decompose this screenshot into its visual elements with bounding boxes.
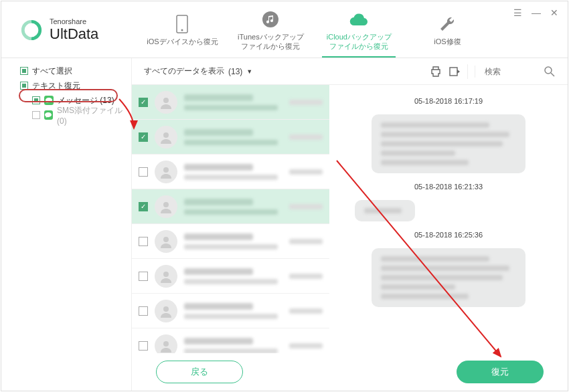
row-checkbox[interactable]: ✓	[139, 98, 148, 107]
checkbox-icon[interactable]	[20, 67, 28, 75]
brand-product: UltData	[50, 25, 98, 43]
avatar-icon	[155, 334, 177, 354]
row-checkbox[interactable]	[139, 272, 148, 281]
search-input[interactable]	[485, 67, 538, 76]
row-text	[184, 268, 282, 284]
avatar-icon	[155, 91, 177, 114]
checkbox-icon[interactable]	[20, 82, 28, 90]
row-checkbox[interactable]	[139, 167, 148, 177]
wrench-icon	[437, 14, 457, 34]
music-disc-icon	[260, 9, 280, 29]
avatar-icon	[155, 195, 177, 218]
brand: Tenorshare UltData	[20, 17, 98, 43]
svg-rect-3	[450, 68, 457, 76]
titlebar: Tenorshare UltData iOSデバイスから復元 iTunesバック…	[1, 1, 568, 58]
row-date	[289, 169, 323, 175]
timestamp: 05-18-2018 16:17:19	[414, 97, 483, 105]
export-icon[interactable]	[449, 66, 461, 78]
tree-sms-attachments[interactable]: SMS添付ファイル (0)	[1, 108, 131, 122]
list-row[interactable]	[132, 259, 329, 294]
svg-point-7	[163, 132, 169, 138]
tabs: iOSデバイスから復元 iTunesバックアップ ファイルから復元 iCloud…	[145, 7, 484, 58]
svg-point-6	[163, 98, 169, 103]
list-row[interactable]	[132, 224, 329, 259]
row-checkbox[interactable]	[139, 306, 148, 316]
back-button[interactable]: 戻る	[156, 361, 243, 383]
svg-line-5	[551, 73, 554, 76]
avatar-icon	[155, 230, 177, 253]
message-icon	[44, 96, 54, 105]
tree-label: SMS添付ファイル (0)	[57, 105, 131, 126]
tab-label: iTunesバックアップ ファイルから復元	[238, 32, 304, 52]
tab-ios-repair[interactable]: iOS修復	[410, 7, 484, 58]
search-area	[475, 66, 556, 78]
attachment-icon	[44, 110, 53, 120]
tab-ios-device[interactable]: iOSデバイスから復元	[145, 7, 219, 58]
svg-point-8	[163, 167, 169, 173]
menu-icon[interactable]: ☰	[513, 8, 522, 17]
chevron-down-icon: ▼	[246, 68, 252, 75]
print-icon[interactable]	[430, 66, 442, 78]
row-checkbox[interactable]: ✓	[139, 132, 148, 142]
timestamp: 05-18-2018 16:25:36	[414, 231, 483, 239]
tree-all[interactable]: すべて選択	[1, 64, 131, 78]
brand-company: Tenorshare	[50, 17, 98, 25]
tab-label: iOSデバイスから復元	[147, 37, 218, 46]
footer: 戻る 復元	[132, 353, 568, 391]
avatar-icon	[155, 126, 177, 149]
logo-icon	[20, 19, 43, 41]
avatar-icon	[155, 300, 177, 322]
window-controls: ☰ — ✕	[513, 8, 558, 17]
content: ✓✓✓ 05-18-2018 16:17:19 05-18-2018 16:21…	[132, 85, 568, 353]
row-checkbox[interactable]: ✓	[139, 202, 148, 211]
minimize-icon[interactable]: —	[532, 8, 541, 17]
svg-point-12	[163, 306, 169, 312]
list-row[interactable]	[132, 328, 329, 353]
phone-icon	[172, 14, 192, 34]
list-row[interactable]: ✓	[132, 120, 329, 155]
message-bubble	[372, 248, 525, 307]
row-checkbox[interactable]	[139, 341, 148, 351]
svg-point-9	[163, 202, 169, 207]
list-row[interactable]: ✓	[132, 85, 329, 120]
toolbar: すべてのデータを表示 (13) ▼	[132, 58, 568, 85]
row-text	[184, 164, 282, 180]
checkbox-icon[interactable]	[32, 96, 40, 104]
list-row[interactable]	[132, 155, 329, 189]
row-date	[289, 274, 323, 279]
tab-icloud[interactable]: iCloudバックアップ ファイルから復元	[322, 7, 396, 58]
svg-point-2	[262, 11, 278, 27]
svg-point-10	[163, 237, 169, 242]
button-label: 復元	[491, 366, 509, 378]
tab-itunes[interactable]: iTunesバックアップ ファイルから復元	[234, 7, 307, 58]
list-row[interactable]	[132, 294, 329, 328]
row-text	[184, 94, 282, 110]
filter-dropdown[interactable]: すべてのデータを表示 (13) ▼	[144, 66, 252, 77]
dropdown-label: すべてのデータを表示	[144, 66, 224, 77]
tree-label: テキスト復元	[32, 80, 80, 92]
message-bubble	[372, 114, 525, 173]
main: すべてのデータを表示 (13) ▼ ✓✓✓ 05-18-2018 16:17:1…	[132, 58, 568, 391]
restore-button[interactable]: 復元	[457, 361, 544, 383]
search-icon[interactable]	[544, 66, 556, 78]
brand-text: Tenorshare UltData	[50, 17, 98, 43]
message-list[interactable]: ✓✓✓	[132, 85, 329, 353]
svg-point-11	[163, 272, 169, 277]
list-row[interactable]: ✓	[132, 189, 329, 224]
row-date	[289, 204, 323, 209]
button-label: 戻る	[191, 366, 208, 378]
tree-text-recovery[interactable]: テキスト復元	[1, 78, 131, 93]
row-checkbox[interactable]	[139, 237, 148, 246]
tab-label: iOS修復	[434, 37, 461, 46]
row-date	[289, 343, 323, 349]
cloud-icon	[349, 9, 369, 29]
tree-label: すべて選択	[32, 66, 72, 77]
svg-point-4	[545, 67, 552, 74]
checkbox-icon[interactable]	[32, 111, 40, 119]
row-text	[184, 129, 282, 145]
close-icon[interactable]: ✕	[550, 8, 558, 17]
svg-point-1	[181, 29, 183, 31]
row-date	[289, 308, 323, 314]
timestamp: 05-18-2018 16:21:33	[414, 183, 483, 191]
avatar-icon	[155, 265, 177, 288]
